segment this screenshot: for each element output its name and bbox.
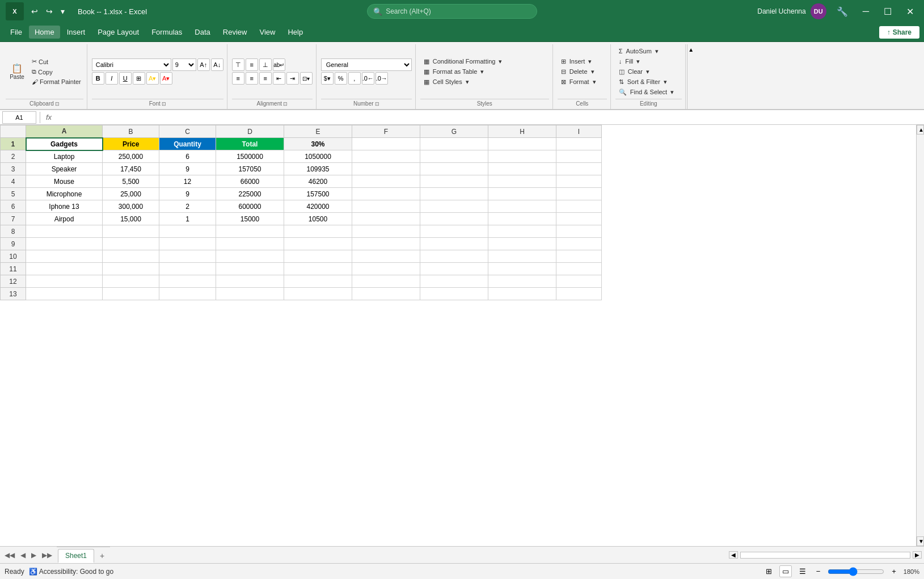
cell-D9[interactable]	[216, 238, 284, 250]
cell-B8[interactable]	[103, 225, 159, 238]
comma-button[interactable]: ,	[348, 72, 361, 85]
cell-H5[interactable]	[488, 188, 556, 200]
add-sheet-button[interactable]: +	[95, 549, 109, 562]
cell-A11[interactable]	[26, 263, 103, 275]
col-header-a[interactable]: A	[26, 125, 103, 138]
increase-indent-button[interactable]: ⇥	[286, 72, 299, 85]
cell-E6[interactable]: 420000	[284, 200, 352, 213]
redo-button[interactable]: ↪	[43, 5, 56, 18]
cell-F11[interactable]	[352, 263, 420, 275]
cell-H10[interactable]	[488, 250, 556, 263]
font-size-select[interactable]: 9 10 11 12	[172, 58, 196, 71]
sort-filter-button[interactable]: ⇅ Sort & Filter ▾	[615, 77, 677, 87]
cell-I7[interactable]	[556, 213, 602, 225]
row-num-2[interactable]: 2	[1, 150, 26, 163]
row-num-11[interactable]: 11	[1, 263, 26, 275]
alignment-expand-icon[interactable]: ⊡	[283, 101, 288, 107]
cell-D8[interactable]	[216, 225, 284, 238]
cell-B6[interactable]: 300,000	[103, 200, 159, 213]
undo-button[interactable]: ↩	[28, 5, 41, 18]
cell-I1[interactable]	[556, 138, 602, 150]
cell-C7[interactable]: 1	[159, 213, 216, 225]
border-button[interactable]: ⊞	[133, 72, 145, 85]
col-header-i[interactable]: I	[556, 125, 602, 138]
name-box[interactable]	[2, 111, 36, 124]
increase-font-button[interactable]: A↑	[197, 58, 210, 71]
zoom-slider[interactable]	[828, 567, 884, 576]
cell-D7[interactable]: 15000	[216, 213, 284, 225]
cell-E10[interactable]	[284, 250, 352, 263]
delete-button[interactable]: ⊟ Delete ▾	[558, 67, 600, 77]
cell-C12[interactable]	[159, 275, 216, 288]
cell-H9[interactable]	[488, 238, 556, 250]
font-expand-icon[interactable]: ⊡	[162, 101, 166, 107]
increase-decimal-button[interactable]: .0→	[375, 72, 388, 85]
cell-C11[interactable]	[159, 263, 216, 275]
menu-page-layout[interactable]: Page Layout	[92, 26, 145, 39]
cell-F6[interactable]	[352, 200, 420, 213]
clipboard-expand-icon[interactable]: ⊡	[55, 101, 60, 107]
col-header-e[interactable]: E	[284, 125, 352, 138]
clear-button[interactable]: ◫ Clear ▾	[615, 67, 677, 77]
cell-A5[interactable]: Microphone	[26, 188, 103, 200]
cell-E8[interactable]	[284, 225, 352, 238]
maximize-button[interactable]: ☐	[879, 4, 896, 19]
bold-button[interactable]: B	[92, 72, 104, 85]
row-num-10[interactable]: 10	[1, 250, 26, 263]
cell-F13[interactable]	[352, 288, 420, 300]
copy-button[interactable]: ⧉ Copy	[29, 67, 83, 77]
cell-B9[interactable]	[103, 238, 159, 250]
cell-F8[interactable]	[352, 225, 420, 238]
cell-F7[interactable]	[352, 213, 420, 225]
cell-E5[interactable]: 157500	[284, 188, 352, 200]
cell-C6[interactable]: 2	[159, 200, 216, 213]
cell-E1[interactable]: 30%	[284, 138, 352, 150]
cell-I3[interactable]	[556, 163, 602, 175]
cell-I5[interactable]	[556, 188, 602, 200]
autosum-button[interactable]: Σ AutoSum ▾	[615, 47, 677, 56]
cell-A10[interactable]	[26, 250, 103, 263]
menu-view[interactable]: View	[254, 26, 281, 39]
align-top-button[interactable]: ⊤	[232, 58, 244, 71]
cell-F2[interactable]	[352, 150, 420, 163]
underline-button[interactable]: U	[119, 72, 132, 85]
align-left-button[interactable]: ≡	[232, 72, 244, 85]
cell-I2[interactable]	[556, 150, 602, 163]
align-bottom-button[interactable]: ⊥	[259, 58, 272, 71]
cell-G4[interactable]	[420, 175, 488, 188]
search-bar[interactable]: 🔍	[367, 4, 537, 19]
number-format-select[interactable]: General	[321, 58, 412, 71]
menu-data[interactable]: Data	[189, 26, 216, 39]
row-num-9[interactable]: 9	[1, 238, 26, 250]
cell-A3[interactable]: Speaker	[26, 163, 103, 175]
cell-E9[interactable]	[284, 238, 352, 250]
close-button[interactable]: ✕	[902, 4, 918, 19]
menu-help[interactable]: Help	[282, 26, 309, 39]
cell-F9[interactable]	[352, 238, 420, 250]
cell-B13[interactable]	[103, 288, 159, 300]
cell-I10[interactable]	[556, 250, 602, 263]
cell-C3[interactable]: 9	[159, 163, 216, 175]
cell-G7[interactable]	[420, 213, 488, 225]
cell-H1[interactable]	[488, 138, 556, 150]
cell-H4[interactable]	[488, 175, 556, 188]
sheet-tab-sheet1[interactable]: Sheet1	[58, 549, 94, 563]
cell-A1[interactable]: Gadgets	[26, 138, 103, 150]
align-center-button[interactable]: ≡	[246, 72, 258, 85]
cell-E2[interactable]: 1050000	[284, 150, 352, 163]
cell-B4[interactable]: 5,500	[103, 175, 159, 188]
cell-D1[interactable]: Total	[216, 138, 284, 150]
menu-formulas[interactable]: Formulas	[146, 26, 188, 39]
cell-G12[interactable]	[420, 275, 488, 288]
cell-C4[interactable]: 12	[159, 175, 216, 188]
cell-C13[interactable]	[159, 288, 216, 300]
cell-F4[interactable]	[352, 175, 420, 188]
col-header-f[interactable]: F	[352, 125, 420, 138]
cut-button[interactable]: ✂ Cut	[29, 57, 83, 66]
cell-E12[interactable]	[284, 275, 352, 288]
cell-F12[interactable]	[352, 275, 420, 288]
cell-F5[interactable]	[352, 188, 420, 200]
cell-I13[interactable]	[556, 288, 602, 300]
format-button[interactable]: ⊠ Format ▾	[558, 77, 600, 87]
cell-H6[interactable]	[488, 200, 556, 213]
